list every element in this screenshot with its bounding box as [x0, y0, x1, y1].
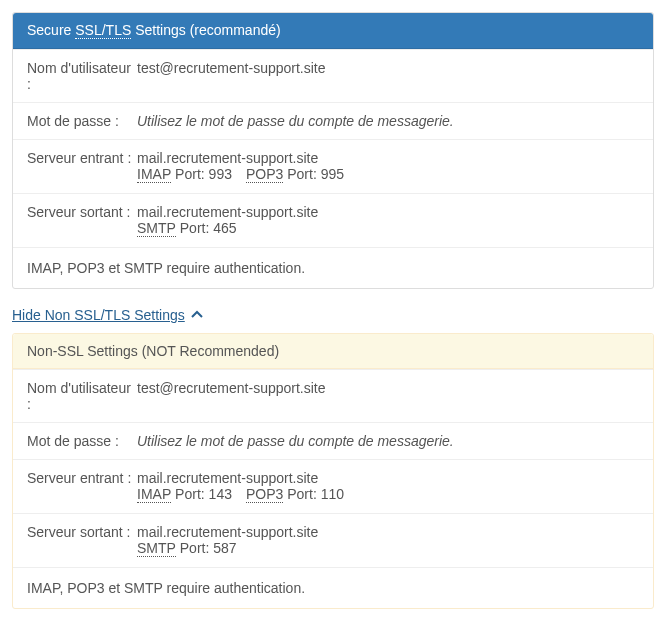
- pop3-port-label: Port:: [283, 166, 320, 182]
- incoming-row: Serveur entrant : mail.recrutement-suppo…: [13, 459, 653, 513]
- outgoing-row: Serveur sortant : mail.recrutement-suppo…: [13, 513, 653, 567]
- incoming-label: Serveur entrant :: [27, 150, 137, 183]
- username-value: test@recrutement-support.site: [137, 380, 639, 412]
- username-label: Nom d'utilisateur :: [27, 60, 137, 92]
- incoming-server: mail.recrutement-support.site: [137, 150, 639, 166]
- smtp-port-label: Port:: [176, 540, 213, 556]
- outgoing-label: Serveur sortant :: [27, 204, 137, 237]
- smtp-abbr: SMTP: [137, 220, 176, 237]
- ssl-tls-abbr: SSL/TLS: [75, 22, 131, 39]
- password-row: Mot de passe : Utilisez le mot de passe …: [13, 102, 653, 139]
- outgoing-row: Serveur sortant : mail.recrutement-suppo…: [13, 193, 653, 247]
- outgoing-server: mail.recrutement-support.site: [137, 204, 639, 220]
- smtp-port-label: Port:: [176, 220, 213, 236]
- outgoing-server: mail.recrutement-support.site: [137, 524, 639, 540]
- username-row: Nom d'utilisateur : test@recrutement-sup…: [13, 369, 653, 422]
- pop3-abbr: POP3: [246, 486, 283, 503]
- auth-note: IMAP, POP3 et SMTP require authenticatio…: [13, 567, 653, 608]
- heading-prefix: Secure: [27, 22, 75, 38]
- secure-panel-heading: Secure SSL/TLS Settings (recommandé): [13, 13, 653, 49]
- password-value: Utilisez le mot de passe du compte de me…: [137, 433, 639, 449]
- incoming-value: mail.recrutement-support.site IMAP Port:…: [137, 470, 639, 503]
- imap-abbr: IMAP: [137, 486, 171, 503]
- outgoing-ports: SMTP Port: 587: [137, 540, 639, 557]
- secure-settings-panel: Secure SSL/TLS Settings (recommandé) Nom…: [12, 12, 654, 289]
- outgoing-value: mail.recrutement-support.site SMTP Port:…: [137, 204, 639, 237]
- nonssl-settings-panel: Non-SSL Settings (NOT Recommended) Nom d…: [12, 333, 654, 609]
- pop3-port-label: Port:: [283, 486, 320, 502]
- pop3-port: 995: [321, 166, 344, 182]
- outgoing-label: Serveur sortant :: [27, 524, 137, 557]
- password-row: Mot de passe : Utilisez le mot de passe …: [13, 422, 653, 459]
- incoming-row: Serveur entrant : mail.recrutement-suppo…: [13, 139, 653, 193]
- username-row: Nom d'utilisateur : test@recrutement-sup…: [13, 49, 653, 102]
- username-label: Nom d'utilisateur :: [27, 380, 137, 412]
- pop3-abbr: POP3: [246, 166, 283, 183]
- auth-note: IMAP, POP3 et SMTP require authenticatio…: [13, 247, 653, 288]
- password-label: Mot de passe :: [27, 113, 137, 129]
- outgoing-ports: SMTP Port: 465: [137, 220, 639, 237]
- imap-port: 143: [209, 486, 232, 502]
- toggle-nonssl-link[interactable]: Hide Non SSL/TLS Settings: [12, 307, 203, 323]
- password-value: Utilisez le mot de passe du compte de me…: [137, 113, 639, 129]
- pop3-port: 110: [321, 486, 344, 502]
- incoming-value: mail.recrutement-support.site IMAP Port:…: [137, 150, 639, 183]
- imap-port-label: Port:: [171, 166, 208, 182]
- imap-port: 993: [209, 166, 232, 182]
- smtp-port: 587: [213, 540, 236, 556]
- incoming-ports: IMAP Port: 143POP3 Port: 110: [137, 486, 639, 503]
- incoming-ports: IMAP Port: 993POP3 Port: 995: [137, 166, 639, 183]
- heading-suffix: Settings (recommandé): [131, 22, 280, 38]
- smtp-port: 465: [213, 220, 236, 236]
- incoming-server: mail.recrutement-support.site: [137, 470, 639, 486]
- incoming-label: Serveur entrant :: [27, 470, 137, 503]
- imap-abbr: IMAP: [137, 166, 171, 183]
- username-value: test@recrutement-support.site: [137, 60, 639, 92]
- password-hint: Utilisez le mot de passe du compte de me…: [137, 113, 454, 129]
- outgoing-value: mail.recrutement-support.site SMTP Port:…: [137, 524, 639, 557]
- smtp-abbr: SMTP: [137, 540, 176, 557]
- chevron-up-icon: [191, 309, 203, 321]
- password-hint: Utilisez le mot de passe du compte de me…: [137, 433, 454, 449]
- password-label: Mot de passe :: [27, 433, 137, 449]
- toggle-label: Hide Non SSL/TLS Settings: [12, 307, 185, 323]
- imap-port-label: Port:: [171, 486, 208, 502]
- nonssl-panel-heading: Non-SSL Settings (NOT Recommended): [13, 334, 653, 369]
